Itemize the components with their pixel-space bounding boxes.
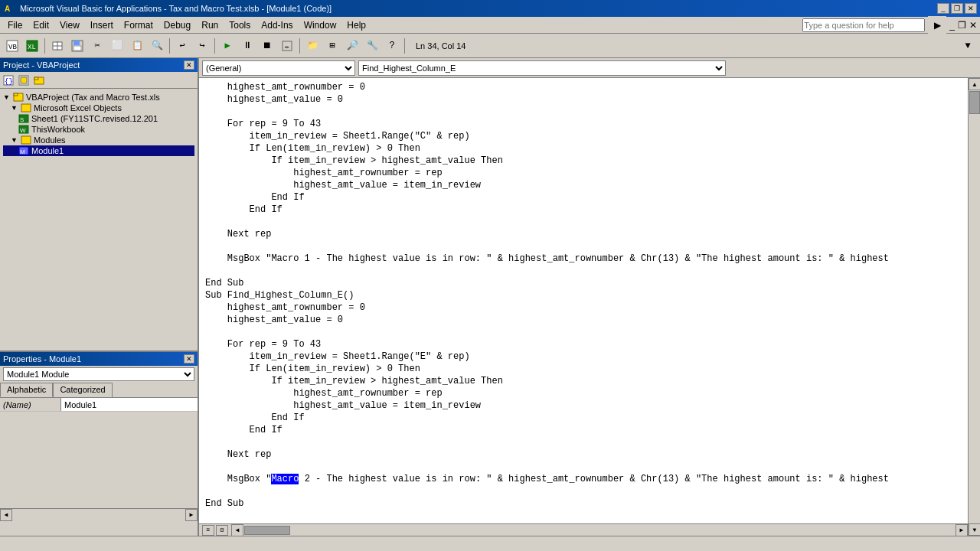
- properties-window: Properties - Module1 ✕ Module1 Module Al…: [0, 352, 198, 536]
- tree-module1[interactable]: M Module1: [3, 145, 194, 156]
- toolbar-design[interactable]: ✏: [278, 37, 296, 55]
- code-area[interactable]: highest_amt_rownumber = 0 highest_amt_va…: [199, 78, 968, 523]
- code-line: For rep = 9 To 43: [199, 118, 968, 130]
- properties-object-select[interactable]: Module1 Module: [3, 367, 194, 381]
- toolbar-help[interactable]: ?: [383, 37, 401, 55]
- menu-debug[interactable]: Debug: [159, 18, 195, 32]
- menu-help[interactable]: Help: [342, 18, 371, 32]
- tab-alphabetic[interactable]: Alphabetic: [0, 383, 53, 397]
- toolbar-redo[interactable]: ↪: [193, 37, 211, 55]
- title-text: Microsoft Visual Basic for Applications …: [20, 4, 332, 13]
- tree-modules-folder[interactable]: ▼ Modules: [3, 135, 194, 145]
- toolbar-properties-window[interactable]: ⊞: [323, 37, 341, 55]
- vbe-close-button[interactable]: ✕: [969, 20, 977, 31]
- code-line: highest_amt_value = item_in_review: [199, 179, 968, 191]
- properties-title-text: Properties - Module1: [3, 354, 81, 364]
- status-bar: [0, 536, 980, 551]
- code-text: MsgBox "Macro 1 - The highest value is i…: [199, 253, 889, 265]
- code-line: highest_amt_rownumber = rep: [199, 387, 968, 399]
- tree-sheet1[interactable]: S Sheet1 (FY11STC.revised.12.201: [3, 113, 194, 124]
- toolbar-paste[interactable]: 📋: [128, 37, 146, 55]
- properties-close-button[interactable]: ✕: [184, 354, 194, 364]
- code-text: End If: [199, 191, 305, 204]
- code-text: highest_amt_value = 0: [199, 314, 343, 326]
- hscroll-left-button[interactable]: ◀: [0, 509, 12, 521]
- svg-rect-11: [74, 46, 81, 51]
- proc-select[interactable]: Find_Highest_Column_E: [358, 60, 726, 76]
- vscroll-up-button[interactable]: ▲: [969, 78, 980, 90]
- toolbar-toolbox[interactable]: 🔧: [363, 37, 381, 55]
- svg-rect-10: [74, 41, 80, 45]
- menu-window[interactable]: Window: [299, 18, 341, 32]
- toolbar-insert-module[interactable]: [48, 37, 67, 55]
- toolbar-break[interactable]: ⏸: [238, 37, 256, 55]
- tree-vbaproject-label: VBAProject (Tax and Macro Test.xls: [26, 93, 160, 102]
- code-text: highest_amt_rownumber = 0: [199, 302, 365, 314]
- project-toggle-folder[interactable]: [32, 73, 46, 87]
- tree-thisworkbook[interactable]: W ThisWorkbook: [3, 124, 194, 135]
- menu-run[interactable]: Run: [197, 18, 223, 32]
- toolbar-excel[interactable]: XL: [23, 37, 41, 55]
- general-select[interactable]: (General): [202, 60, 355, 76]
- menu-file[interactable]: File: [3, 18, 27, 32]
- svg-rect-17: [21, 77, 27, 83]
- vscroll-down-button[interactable]: ▼: [969, 523, 980, 536]
- hscroll-code-left-button[interactable]: ◀: [231, 524, 243, 536]
- svg-text:XL: XL: [28, 44, 36, 51]
- toolbar-combo-arrow[interactable]: ▼: [959, 37, 977, 55]
- hscroll-code-track: [244, 525, 955, 536]
- menu-view[interactable]: View: [55, 18, 84, 32]
- toolbar-cut[interactable]: ✂: [88, 37, 106, 55]
- restore-button[interactable]: ❐: [951, 3, 963, 14]
- menu-edit[interactable]: Edit: [28, 18, 54, 32]
- view-proc-button[interactable]: ≡: [202, 525, 214, 536]
- toolbar-project-explorer[interactable]: 📁: [303, 37, 322, 55]
- project-window: Project - VBAProject ✕ {} ▼ VBAProject: [0, 58, 198, 352]
- menu-tools[interactable]: Tools: [224, 18, 255, 32]
- toolbar-run[interactable]: ▶: [218, 37, 237, 55]
- code-text: highest_amt_rownumber = rep: [199, 167, 443, 179]
- help-search-button[interactable]: ▶: [928, 16, 946, 34]
- toolbar-view-editor[interactable]: VB: [3, 37, 21, 55]
- vscroll-thumb[interactable]: [969, 91, 980, 114]
- project-view-object[interactable]: [17, 73, 31, 87]
- menu-format[interactable]: Format: [119, 18, 158, 32]
- project-close-button[interactable]: ✕: [184, 60, 194, 70]
- vbe-minimize-button[interactable]: _: [949, 20, 955, 31]
- code-text: For rep = 9 To 43: [199, 338, 321, 350]
- project-toolbar: {}: [0, 72, 198, 89]
- code-line: [199, 265, 968, 277]
- code-text: Next rep: [199, 448, 271, 461]
- code-line: highest_amt_value = item_in_review: [199, 399, 968, 412]
- code-line: Sub Find_Highest_Column_E(): [199, 289, 968, 302]
- help-search-input[interactable]: [802, 18, 925, 32]
- toolbar-find[interactable]: 🔍: [148, 37, 166, 55]
- toolbar-undo[interactable]: ↩: [173, 37, 191, 55]
- toolbar-object-browser[interactable]: 🔎: [343, 37, 361, 55]
- close-button[interactable]: ✕: [965, 3, 977, 14]
- project-title-text: Project - VBAProject: [3, 60, 80, 70]
- vbe-restore-button[interactable]: ❐: [958, 20, 966, 31]
- code-editor: (General) Find_Highest_Column_E highest_…: [199, 58, 980, 536]
- menu-insert[interactable]: Insert: [86, 18, 118, 32]
- code-line: MsgBox "Macro 2 - The highest value is i…: [199, 473, 968, 485]
- view-full-button[interactable]: ⊟: [216, 525, 228, 536]
- code-line: [199, 106, 968, 118]
- main-layout: Project - VBAProject ✕ {} ▼ VBAProject: [0, 58, 980, 536]
- code-line: [199, 485, 968, 497]
- toolbar-save[interactable]: [68, 37, 87, 55]
- hscroll-code-right-button[interactable]: ▶: [956, 524, 968, 536]
- tab-categorized[interactable]: Categorized: [53, 383, 112, 397]
- toolbar-reset[interactable]: ⏹: [258, 37, 276, 55]
- minimize-button[interactable]: _: [937, 3, 949, 14]
- code-line: [199, 436, 968, 448]
- code-line: [199, 240, 968, 253]
- hscroll-right-button[interactable]: ▶: [185, 509, 198, 521]
- project-view-code[interactable]: {}: [2, 73, 15, 87]
- tree-vbaproject[interactable]: ▼ VBAProject (Tax and Macro Test.xls: [3, 92, 194, 103]
- tree-excel-objects[interactable]: ▼ Microsoft Excel Objects: [3, 103, 194, 113]
- toolbar-copy[interactable]: ⬜: [108, 37, 126, 55]
- code-text: item_in_review = Sheet1.Range("C" & rep): [199, 130, 470, 142]
- menu-addins[interactable]: Add-Ins: [256, 18, 297, 32]
- code-line: If item_in_review > highest_amt_value Th…: [199, 155, 968, 167]
